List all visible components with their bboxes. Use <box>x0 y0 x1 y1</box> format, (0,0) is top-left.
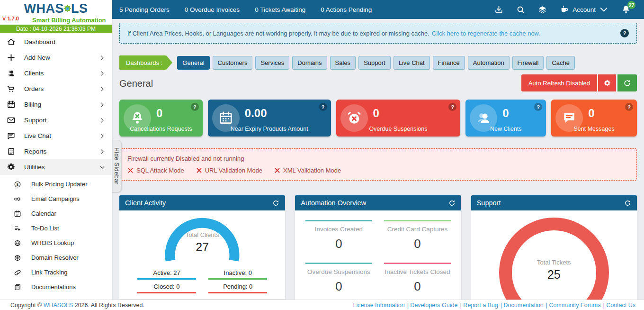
sidebar-subitem-email-campaigns[interactable]: Email Campaigns <box>0 191 112 206</box>
client-stats: Active: 27 Inactive: 0 Closed: 0 Pending… <box>119 266 285 293</box>
campaign-icon <box>14 195 21 203</box>
new-clients-card[interactable]: 0 New Clients <box>465 100 546 137</box>
help-icon[interactable] <box>534 103 542 111</box>
tickets-donut-chart: Total Tickets 25 <box>499 218 609 300</box>
sidebar-subitem-documentations[interactable]: Documentations <box>0 280 112 294</box>
help-icon[interactable] <box>448 103 456 111</box>
overdue-suspensions-card[interactable]: 0 Overdue Suspensions <box>336 100 461 137</box>
topbar: 5 Pending Orders 0 Overdue Invoices 0 Ti… <box>112 0 644 19</box>
tab-cache[interactable]: Cache <box>546 56 575 70</box>
overdue-suspensions-metric: Overdue Suspensions 0 <box>305 263 372 294</box>
sidebar-subitem-to-do-list[interactable]: To-Do List <box>0 221 112 236</box>
hide-sidebar-toggle[interactable]: Hide Sidebar <box>112 140 122 192</box>
card-label: Overdue Suspensions <box>336 126 461 132</box>
community-forums-link[interactable]: Community Forums <box>546 302 601 309</box>
cache-notice: If Client Area Prices, Hooks, or Languag… <box>119 23 637 44</box>
user-icon <box>7 69 16 78</box>
sidebar-item-clients[interactable]: Clients <box>0 65 112 81</box>
cup-icon <box>560 5 569 14</box>
sidebar-subitem-bulk-pricing-updater[interactable]: $ Bulk Pricing Updater <box>0 177 112 191</box>
tab-services[interactable]: Services <box>255 56 289 70</box>
inactive-tickets-closed-metric: Inactive Tickets Closed 0 <box>384 263 450 294</box>
tab-automation[interactable]: Automation <box>468 56 510 70</box>
notifications-bell[interactable]: 27 <box>621 5 631 14</box>
near-expiry-products-card[interactable]: 0.00 Near Expiry Products Amount <box>208 100 331 137</box>
calendar-icon <box>218 110 233 126</box>
download-icon[interactable] <box>494 5 503 14</box>
sidebar-nav: Dashboard Add New Clients Orders Billing <box>0 33 112 175</box>
footer-brand-link[interactable]: WHASOLS <box>44 302 73 309</box>
contact-us-link[interactable]: Contact Us <box>603 302 635 309</box>
documents-icon <box>14 283 21 291</box>
firewall-status-text: Firewall currently Disabled and not runn… <box>127 155 629 162</box>
tab-sales[interactable]: Sales <box>330 56 356 70</box>
pending-orders-stat[interactable]: 5 Pending Orders <box>119 6 170 13</box>
chevron-right-icon <box>99 133 105 139</box>
envelope-icon <box>7 116 16 125</box>
refresh-settings-button[interactable] <box>597 74 616 91</box>
layers-icon[interactable] <box>538 5 547 14</box>
sent-messages-card[interactable]: 0 Sent Messages <box>551 100 637 137</box>
sidebar-subitem-domain-resolver[interactable]: Domain Resolver <box>0 250 112 265</box>
bell-cancel-icon <box>130 110 145 126</box>
sidebar-subitem-whois-lookup[interactable]: WHOIS Lookup <box>0 236 112 250</box>
sidebar-item-support[interactable]: Support <box>0 112 112 128</box>
sidebar-item-dashboard[interactable]: Dashboard <box>0 34 112 50</box>
tab-firewall[interactable]: Firewall <box>512 56 544 70</box>
stat-cards-row: 0 Cancellations Requests 0.00 Near Expir… <box>119 100 637 137</box>
auto-refresh-button[interactable]: Auto Refresh Disabled <box>521 74 597 91</box>
card-value: 0 <box>156 107 162 120</box>
cancellations-requests-card[interactable]: 0 Cancellations Requests <box>119 100 203 137</box>
tab-general[interactable]: General <box>177 56 209 70</box>
chevron-right-icon <box>99 86 105 92</box>
dollar-icon: $ <box>14 181 21 188</box>
sidebar-subitem-link-tracking[interactable]: Link Tracking <box>0 265 112 280</box>
home-icon <box>7 37 16 46</box>
actions-pending-stat[interactable]: 0 Actions Pending <box>321 6 372 13</box>
tab-finance[interactable]: Finance <box>433 56 465 70</box>
firewall-warning: Firewall currently Disabled and not runn… <box>119 148 637 181</box>
sidebar-item-utilities[interactable]: Utilities <box>0 159 112 175</box>
refresh-now-button[interactable] <box>617 74 637 91</box>
report-a-bug-link[interactable]: Report a Bug <box>460 302 498 309</box>
documentation-link[interactable]: Documentation <box>501 302 544 309</box>
sidebar-item-live-chat[interactable]: Live Chat <box>0 128 112 144</box>
tab-live-chat[interactable]: Live Chat <box>394 56 430 70</box>
sidebar-item-add-new[interactable]: Add New <box>0 50 112 65</box>
svg-text:$: $ <box>17 182 19 186</box>
help-icon[interactable] <box>191 103 199 111</box>
tickets-awaiting-stat[interactable]: 0 Tickets Awaiting <box>255 6 305 13</box>
sidebar-item-billing[interactable]: Billing <box>0 97 112 112</box>
message-icon <box>562 110 577 126</box>
app-window: WHAS LS V 1.7.0 Smart Billing Automation… <box>0 0 644 310</box>
sidebar-item-orders[interactable]: Orders <box>0 81 112 97</box>
help-icon[interactable] <box>620 29 629 37</box>
overdue-invoices-stat[interactable]: 0 Overdue Invoices <box>185 6 240 13</box>
card-label: Sent Messages <box>551 126 637 132</box>
refresh-icon[interactable] <box>272 200 279 207</box>
developers-guide-link[interactable]: Developers Guide <box>407 302 458 309</box>
license-information-link[interactable]: License Information <box>353 302 405 309</box>
tab-support[interactable]: Support <box>358 56 391 70</box>
help-icon[interactable] <box>319 103 327 111</box>
tab-customers[interactable]: Customers <box>213 56 253 70</box>
logo-text-pre: WHAS <box>24 1 64 16</box>
card-value: 0.00 <box>245 107 267 120</box>
active-clients-stat: Active: 27 <box>137 269 196 280</box>
gauge-value: 27 <box>155 240 250 254</box>
tab-domains[interactable]: Domains <box>292 56 327 70</box>
sidebar-item-reports[interactable]: Reports <box>0 144 112 159</box>
utilities-submenu: $ Bulk Pricing Updater Email Campaigns C… <box>0 175 112 294</box>
refresh-icon[interactable] <box>624 200 631 207</box>
x-mark-icon <box>196 167 202 173</box>
account-menu[interactable]: Account <box>560 5 608 14</box>
search-icon[interactable] <box>516 5 525 14</box>
client-activity-panel: Client Activity Total Clients 27 <box>119 195 285 300</box>
refresh-icon[interactable] <box>448 200 456 207</box>
help-icon[interactable] <box>625 103 633 111</box>
firewall-mode-url: URL Validation Mode <box>196 167 262 174</box>
regenerate-cache-link[interactable]: Click here to regenerate the cache now. <box>432 30 540 37</box>
sidebar-subitem-calendar[interactable]: Calendar <box>0 206 112 221</box>
logo-gear-icon <box>64 4 71 13</box>
brand-logo[interactable]: WHAS LS V 1.7.0 Smart Billing Automation <box>0 0 112 25</box>
